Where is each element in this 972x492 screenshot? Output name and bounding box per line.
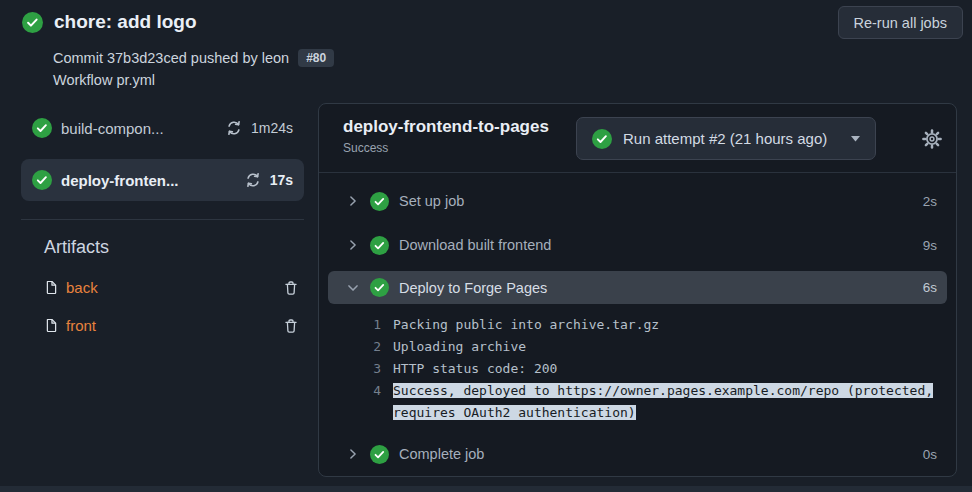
rerun-job-icon[interactable]	[245, 172, 261, 188]
log-line-number: 1	[319, 314, 381, 336]
step-status-success-icon	[370, 278, 389, 297]
sidebar-divider	[21, 219, 304, 220]
step-row-download-built-frontend[interactable]: Download built frontend 9s	[328, 223, 947, 267]
attempt-dropdown-label: Run attempt #2 (21 hours ago)	[623, 130, 827, 147]
bottom-strip	[0, 486, 972, 492]
attempt-status-success-icon	[592, 129, 612, 149]
step-status-success-icon	[370, 236, 389, 255]
artifact-link-back[interactable]: back	[66, 279, 276, 296]
run-header: chore: add logo	[22, 11, 197, 33]
steps-list: Set up job 2s Download built frontend 9s…	[319, 173, 956, 476]
run-attempt-dropdown[interactable]: Run attempt #2 (21 hours ago)	[576, 117, 876, 160]
step-duration: 6s	[923, 280, 937, 295]
job-panel-header: deploy-frontend-to-pages Success Run att…	[319, 104, 956, 173]
artifacts-section: Artifacts back front	[21, 237, 304, 334]
rerun-all-jobs-button[interactable]: Re-run all jobs	[838, 6, 964, 39]
log-line: 2 Uploading archive	[319, 336, 956, 358]
log-line-text: Success, deployed to https://owner.pages…	[393, 380, 955, 424]
sidebar-job-deploy-frontend[interactable]: deploy-fronten... 17s	[21, 159, 304, 201]
caret-down-icon	[851, 136, 860, 142]
trash-icon	[283, 318, 299, 334]
log-line-text: Packing public into archive.tar.gz	[393, 314, 955, 336]
rerun-job-icon[interactable]	[226, 120, 242, 136]
log-line-text: HTTP status code: 200	[393, 358, 955, 380]
delete-artifact-button[interactable]	[283, 318, 299, 334]
log-line: 3 HTTP status code: 200	[319, 358, 956, 380]
job-status-success-icon	[32, 170, 52, 190]
step-name: Download built frontend	[399, 237, 913, 253]
step-row-complete-job[interactable]: Complete job 0s	[328, 432, 947, 476]
file-icon	[44, 318, 59, 333]
sidebar-job-build-components[interactable]: build-compon... 1m24s	[21, 107, 304, 149]
chevron-right-icon	[346, 238, 360, 252]
workflow-text: Workflow pr.yml	[53, 72, 155, 88]
step-row-set-up-job[interactable]: Set up job 2s	[328, 179, 947, 223]
chevron-down-icon	[346, 281, 360, 295]
log-line-text: Uploading archive	[393, 336, 955, 358]
run-number-badge: #80	[298, 49, 334, 67]
step-duration: 0s	[923, 447, 937, 462]
job-name: build-compon...	[61, 120, 217, 137]
gear-icon	[921, 128, 943, 150]
commit-line: Commit 37b3d23ced pushed by leon #80	[53, 49, 334, 67]
selected-log-text: Success, deployed to https://owner.pages…	[393, 383, 933, 420]
sidebar: build-compon... 1m24s deploy-fronten... …	[21, 107, 304, 334]
artifact-row: back	[44, 279, 304, 296]
commit-text: Commit 37b3d23ced pushed by leon	[53, 50, 289, 66]
step-status-success-icon	[370, 445, 389, 464]
delete-artifact-button[interactable]	[283, 280, 299, 296]
step-log-output: 1 Packing public into archive.tar.gz 2 U…	[319, 304, 956, 432]
step-row-deploy-to-forge-pages[interactable]: Deploy to Forge Pages 6s	[328, 271, 947, 304]
file-icon	[44, 280, 59, 295]
chevron-right-icon	[346, 194, 360, 208]
artifact-link-front[interactable]: front	[66, 317, 276, 334]
step-duration: 9s	[923, 238, 937, 253]
log-line-number: 3	[319, 358, 381, 380]
step-name: Complete job	[399, 446, 913, 462]
log-line-number: 4	[319, 380, 381, 402]
artifact-row: front	[44, 317, 304, 334]
artifacts-title: Artifacts	[44, 237, 304, 258]
log-line-number: 2	[319, 336, 381, 358]
log-line: 1 Packing public into archive.tar.gz	[319, 314, 956, 336]
job-status-success-icon	[32, 118, 52, 138]
trash-icon	[283, 280, 299, 296]
run-status-success-icon	[22, 12, 43, 33]
job-name: deploy-fronten...	[61, 172, 236, 189]
chevron-right-icon	[346, 447, 360, 461]
step-status-success-icon	[370, 192, 389, 211]
step-name: Deploy to Forge Pages	[399, 280, 913, 296]
log-line-selected: 4 Success, deployed to https://owner.pag…	[319, 380, 956, 424]
step-name: Set up job	[399, 193, 913, 209]
job-settings-button[interactable]	[921, 128, 943, 150]
job-detail-panel: deploy-frontend-to-pages Success Run att…	[318, 103, 957, 477]
step-duration: 2s	[923, 194, 937, 209]
run-title: chore: add logo	[54, 11, 197, 33]
job-duration: 1m24s	[251, 120, 293, 136]
job-duration: 17s	[270, 172, 293, 188]
